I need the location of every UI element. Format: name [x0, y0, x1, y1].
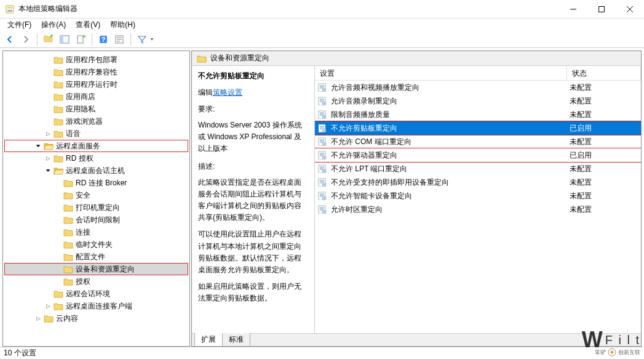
menu-action[interactable]: 操作(A)	[36, 18, 71, 31]
policy-icon	[317, 205, 327, 214]
folder-icon	[63, 277, 73, 286]
tab-extended[interactable]: 扩展	[194, 333, 223, 347]
setting-name: 不允许驱动器重定向	[331, 150, 570, 161]
tree-item[interactable]: 应用程序兼容性	[4, 66, 188, 78]
filter-button[interactable]	[135, 32, 149, 47]
folder-icon	[54, 289, 63, 298]
column-header-state[interactable]: 状态	[567, 66, 641, 80]
tree-item[interactable]: 打印机重定向	[4, 201, 188, 214]
tree-item[interactable]: 设备和资源重定向	[4, 263, 188, 275]
main-area: 应用程序包部署应用程序兼容性应用程序运行时应用商店应用隐私游戏浏览器▷语音⏷远程…	[0, 48, 644, 347]
collapse-icon[interactable]: ⏷	[34, 143, 42, 149]
tree-item[interactable]: ▷远程桌面连接客户端	[4, 300, 188, 312]
setting-state: 未配置	[570, 83, 638, 93]
folder-icon	[54, 55, 63, 64]
tree-item-label: 应用程序包部署	[66, 55, 117, 65]
folder-icon	[197, 54, 207, 63]
maximize-button[interactable]	[587, 0, 616, 18]
setting-name: 不允许剪贴板重定向	[331, 123, 570, 134]
folder-icon	[54, 117, 63, 126]
description-text-2: 可以使用此设置阻止用户在远程计算机与本地计算机之间重定向剪贴板数据。默认情况下，…	[198, 228, 308, 276]
filter-dropdown-icon[interactable]: ▾	[151, 36, 157, 42]
settings-list[interactable]: 允许音频和视频播放重定向未配置允许音频录制重定向未配置限制音频播放质量未配置不允…	[315, 81, 641, 333]
forward-button[interactable]	[18, 32, 33, 47]
expand-icon[interactable]: ▷	[34, 315, 42, 321]
path-title: 设备和资源重定向	[210, 53, 269, 63]
settings-list-pane: 设置 状态 允许音频和视频播放重定向未配置允许音频录制重定向未配置限制音频播放质…	[315, 66, 641, 333]
expand-icon[interactable]: ▷	[44, 303, 52, 309]
folder-icon	[54, 166, 63, 175]
folder-icon	[63, 228, 73, 236]
tree-item-label: 远程桌面连接客户端	[66, 301, 132, 312]
tree-item[interactable]: 配置文件	[4, 251, 188, 263]
folder-icon	[63, 216, 73, 224]
settings-row[interactable]: 限制音频播放质量未配置	[315, 108, 641, 121]
folder-icon	[54, 68, 63, 76]
folder-icon	[63, 252, 73, 261]
tree-item-label: 配置文件	[76, 252, 105, 262]
menu-file[interactable]: 文件(F)	[2, 18, 36, 31]
description-text-3: 如果启用此策略设置，则用户无法重定向剪贴板数据。	[198, 281, 308, 304]
settings-row[interactable]: 不允许驱动器重定向已启用	[315, 148, 641, 162]
export-button[interactable]	[73, 32, 88, 47]
settings-row[interactable]: 不允许智能卡设备重定向未配置	[315, 189, 641, 203]
menu-help[interactable]: 帮助(H)	[105, 18, 140, 31]
menu-view[interactable]: 查看(V)	[71, 18, 105, 31]
watermark-brand: 笨驴 创新互联	[595, 348, 640, 357]
tree-item[interactable]: ⏷远程桌面服务	[4, 140, 188, 152]
tree-item[interactable]: ▷RD 授权	[4, 152, 188, 164]
setting-name: 允许音频录制重定向	[331, 96, 570, 107]
description-text-1: 此策略设置指定是否在远程桌面服务会话期间阻止远程计算机与客户端计算机之间的剪贴板…	[198, 177, 308, 224]
status-text: 10 个设置	[4, 348, 36, 358]
tree-item[interactable]: RD 连接 Broker	[4, 177, 188, 189]
tree-item[interactable]: ⏷远程桌面会话主机	[4, 164, 188, 177]
setting-state: 未配置	[570, 164, 638, 174]
settings-row[interactable]: 允许音频和视频播放重定向未配置	[315, 81, 641, 94]
svg-text:?: ?	[101, 36, 106, 43]
up-button[interactable]	[41, 32, 56, 47]
column-header-setting[interactable]: 设置	[315, 66, 567, 80]
tree-item-label: 应用隐私	[66, 104, 95, 115]
back-button[interactable]	[2, 32, 17, 47]
collapse-icon[interactable]: ⏷	[44, 167, 52, 174]
svg-rect-7	[60, 36, 63, 43]
settings-row[interactable]: 允许音频录制重定向未配置	[315, 94, 641, 108]
tree-item[interactable]: 临时文件夹	[4, 238, 188, 251]
tree-item[interactable]: ▷云内容	[4, 312, 188, 325]
tree-item[interactable]: 授权	[4, 275, 188, 288]
minimize-button[interactable]	[559, 0, 587, 18]
tree-item-label: 连接	[76, 227, 90, 238]
expand-icon[interactable]: ▷	[44, 131, 52, 137]
expand-icon[interactable]: ▷	[44, 155, 52, 161]
settings-row[interactable]: 不允许受支持的即插即用设备重定向未配置	[315, 175, 641, 189]
folder-icon	[63, 265, 73, 273]
help-button[interactable]: ?	[96, 32, 111, 47]
edit-policy-link[interactable]: 策略设置	[213, 88, 242, 97]
tree-item[interactable]: 应用隐私	[4, 103, 188, 115]
settings-row[interactable]: 不允许 LPT 端口重定向未配置	[315, 162, 641, 175]
tree-item[interactable]: 安全	[4, 189, 188, 201]
tree-item[interactable]: ▷语音	[4, 127, 188, 140]
tree-item[interactable]: 连接	[4, 226, 188, 238]
settings-row[interactable]: 不允许剪贴板重定向已启用	[315, 121, 641, 135]
tree-item[interactable]: 远程会话环境	[4, 288, 188, 300]
tree-item[interactable]: 应用商店	[4, 91, 188, 103]
close-button[interactable]	[616, 0, 644, 18]
tree-item[interactable]: 游戏浏览器	[4, 115, 188, 127]
properties-button[interactable]	[112, 32, 127, 47]
details-pane: 设备和资源重定向 不允许剪贴板重定向 编辑策略设置 要求: Windows Se…	[191, 50, 642, 347]
tree-item[interactable]: 会话时间限制	[4, 214, 188, 226]
folder-icon	[54, 80, 63, 89]
show-hide-tree-button[interactable]	[57, 32, 72, 47]
folder-icon	[54, 154, 63, 163]
setting-state: 已启用	[570, 123, 638, 134]
settings-row[interactable]: 不允许 COM 端口重定向未配置	[315, 135, 641, 148]
policy-icon	[317, 97, 327, 105]
settings-row[interactable]: 允许时区重定向未配置	[315, 203, 641, 216]
tab-standard[interactable]: 标准	[222, 333, 250, 347]
tree-item[interactable]: 应用程序包部署	[4, 54, 188, 66]
setting-state: 未配置	[570, 204, 638, 215]
tree-item-label: RD 授权	[66, 153, 93, 164]
tree-pane[interactable]: 应用程序包部署应用程序兼容性应用程序运行时应用商店应用隐私游戏浏览器▷语音⏷远程…	[2, 50, 190, 347]
tree-item[interactable]: 应用程序运行时	[4, 78, 188, 91]
